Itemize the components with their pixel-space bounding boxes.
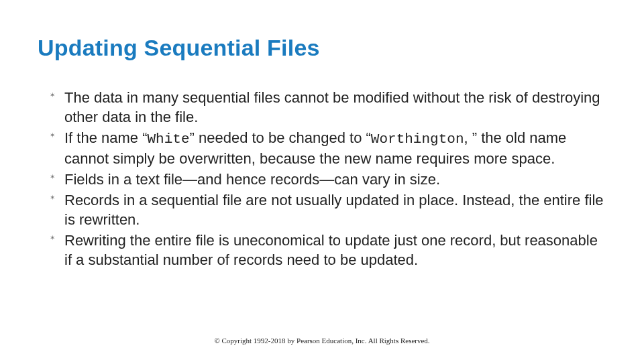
slide-title: Updating Sequential Files: [38, 35, 606, 61]
bullet-text: The data in many sequential files cannot…: [64, 89, 600, 125]
list-item: Fields in a text file—and hence records—…: [50, 170, 606, 189]
bullet-text: Fields in a text file—and hence records—…: [64, 171, 440, 188]
list-item: If the name “White” needed to be changed…: [50, 128, 606, 168]
list-item: Records in a sequential file are not usu…: [50, 190, 606, 229]
code-text: Worthington: [371, 131, 464, 147]
bullet-text: Records in a sequential file are not usu…: [64, 192, 604, 228]
bullet-text: Rewriting the entire file is uneconomica…: [64, 232, 598, 268]
bullet-text: If the name “: [64, 129, 148, 146]
code-text: White: [148, 131, 190, 147]
bullet-text: ” needed to be changed to “: [190, 129, 371, 146]
slide: Updating Sequential Files The data in ma…: [0, 0, 644, 362]
copyright-footer: © Copyright 1992-2018 by Pearson Educati…: [0, 337, 644, 345]
bullet-list: The data in many sequential files cannot…: [38, 88, 606, 269]
list-item: Rewriting the entire file is uneconomica…: [50, 231, 606, 269]
list-item: The data in many sequential files cannot…: [50, 88, 606, 127]
